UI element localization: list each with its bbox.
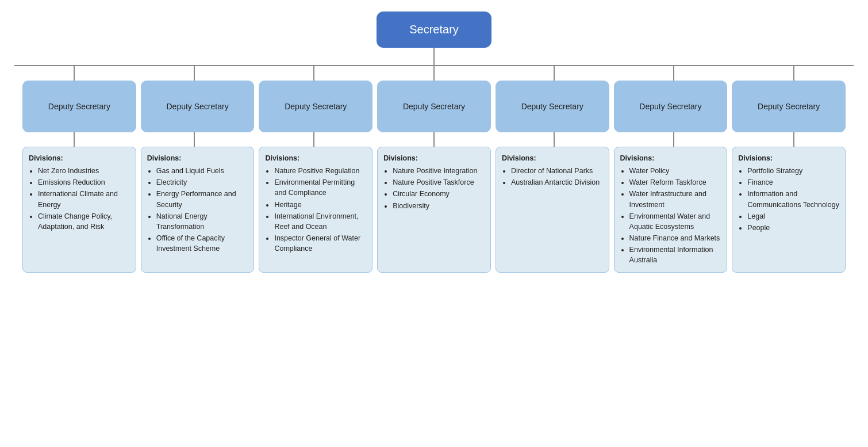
list-item: Office of the Capacity Investment Scheme (156, 233, 248, 254)
list-item: International Environment, Reef and Ocea… (274, 211, 366, 232)
divs-connector-row (6, 132, 862, 147)
list-item: People (747, 223, 839, 233)
divisions-list-5: Director of National Parks Australian An… (502, 166, 603, 188)
list-item: Electricity (156, 177, 248, 188)
deputy-label-4: Deputy Secretary (403, 102, 465, 111)
horizontal-connector (14, 65, 854, 66)
divisions-col-1: Divisions: Net Zero Industries Emissions… (22, 147, 136, 273)
list-item: Nature Finance and Markets (629, 233, 721, 243)
divisions-col-5: Divisions: Director of National Parks Au… (496, 147, 609, 273)
list-item: Inspector General of Water Compliance (274, 233, 366, 254)
divisions-box-4: Divisions: Nature Positive Integration N… (377, 147, 491, 273)
divisions-col-3: Divisions: Nature Positive Regulation En… (259, 147, 372, 273)
divisions-list-4: Nature Positive Integration Nature Posit… (383, 166, 485, 211)
divisions-list-2: Gas and Liquid Fuels Electricity Energy … (147, 166, 248, 254)
div-vline-5 (494, 132, 614, 147)
list-item: National Energy Transformation (156, 211, 248, 232)
deputy-label-3: Deputy Secretary (285, 102, 347, 111)
secretary-line-down (433, 48, 435, 65)
secretary-level: Secretary (377, 12, 491, 48)
divisions-box-1: Divisions: Net Zero Industries Emissions… (22, 147, 136, 273)
divisions-box-7: Divisions: Portfolio Strategy Finance In… (732, 147, 846, 273)
dep-vline-2 (135, 66, 255, 81)
deputies-connector-row (6, 66, 862, 81)
div-vline-3 (254, 132, 374, 147)
deputy-box-1: Deputy Secretary (22, 81, 136, 132)
deputy-col-2: Deputy Secretary (141, 81, 255, 132)
deputy-col-1: Deputy Secretary (22, 81, 136, 132)
divisions-col-2: Divisions: Gas and Liquid Fuels Electric… (141, 147, 255, 273)
list-item: Net Zero Industries (38, 166, 130, 176)
div-vline-2 (135, 132, 255, 147)
div-vline-1 (14, 132, 135, 147)
list-item: Portfolio Strategy (747, 166, 839, 176)
div-vline-4 (374, 132, 494, 147)
deputy-box-5: Deputy Secretary (496, 81, 609, 132)
dep-vline-4 (374, 66, 494, 81)
list-item: Circular Economy (393, 189, 485, 199)
deputy-col-5: Deputy Secretary (496, 81, 609, 132)
divisions-header-4: Divisions: (383, 153, 485, 163)
deputy-col-7: Deputy Secretary (732, 81, 846, 132)
secretary-title: Secretary (409, 23, 459, 36)
deputy-box-7: Deputy Secretary (732, 81, 846, 132)
divisions-header-1: Divisions: (29, 153, 130, 163)
list-item: Energy Performance and Security (156, 189, 248, 209)
deputy-col-4: Deputy Secretary (377, 81, 491, 132)
divisions-box-5: Divisions: Director of National Parks Au… (496, 147, 609, 273)
list-item: Water Reform Taskforce (629, 177, 721, 188)
divisions-header-7: Divisions: (738, 153, 839, 163)
list-item: Australian Antarctic Division (511, 177, 603, 188)
divisions-list-1: Net Zero Industries Emissions Reduction … (29, 166, 130, 232)
divisions-box-2: Divisions: Gas and Liquid Fuels Electric… (141, 147, 255, 273)
deputy-box-2: Deputy Secretary (141, 81, 255, 132)
list-item: Nature Positive Taskforce (393, 177, 485, 188)
list-item: Gas and Liquid Fuels (156, 166, 248, 176)
divisions-header-5: Divisions: (502, 153, 603, 163)
list-item: Water Policy (629, 166, 721, 176)
dep-vline-5 (494, 66, 614, 81)
div-vline-7 (733, 132, 854, 147)
dep-vline-1 (14, 66, 135, 81)
deputy-label-2: Deputy Secretary (166, 102, 228, 111)
divisions-list-3: Nature Positive Regulation Environmental… (265, 166, 366, 254)
secretary-box: Secretary (377, 12, 491, 48)
deputy-label-1: Deputy Secretary (48, 102, 110, 111)
divisions-col-4: Divisions: Nature Positive Integration N… (377, 147, 491, 273)
list-item: Emissions Reduction (38, 177, 130, 188)
list-item: Climate Change Policy, Adaptation, and R… (38, 211, 130, 232)
divisions-col-6: Divisions: Water Policy Water Reform Tas… (614, 147, 728, 273)
divisions-row: Divisions: Net Zero Industries Emissions… (14, 147, 854, 273)
list-item: Director of National Parks (511, 166, 603, 176)
list-item: International Climate and Energy (38, 189, 130, 209)
divisions-header-3: Divisions: (265, 153, 366, 163)
list-item: Water Infrastructure and Investment (629, 189, 721, 209)
org-chart: Secretary Deputy Secretary Deputy Secret… (0, 0, 868, 284)
divisions-col-7: Divisions: Portfolio Strategy Finance In… (732, 147, 846, 273)
deputy-col-6: Deputy Secretary (614, 81, 728, 132)
dep-vline-7 (733, 66, 854, 81)
divisions-box-3: Divisions: Nature Positive Regulation En… (259, 147, 372, 273)
deputy-col-3: Deputy Secretary (259, 81, 372, 132)
list-item: Nature Positive Integration (393, 166, 485, 176)
divisions-list-6: Water Policy Water Reform Taskforce Wate… (620, 166, 721, 265)
list-item: Environmental Information Australia (629, 244, 721, 265)
list-item: Heritage (274, 200, 366, 210)
divisions-box-6: Divisions: Water Policy Water Reform Tas… (614, 147, 728, 273)
deputy-label-7: Deputy Secretary (758, 102, 820, 111)
deputy-label-6: Deputy Secretary (639, 102, 701, 111)
divisions-header-2: Divisions: (147, 153, 248, 163)
list-item: Biodiversity (393, 201, 485, 211)
list-item: Legal (747, 211, 839, 221)
divisions-header-6: Divisions: (620, 153, 721, 163)
list-item: Environmental Permitting and Compliance (274, 177, 366, 198)
deputies-row: Deputy Secretary Deputy Secretary Deputy… (14, 81, 854, 132)
deputy-box-6: Deputy Secretary (614, 81, 728, 132)
div-vline-6 (614, 132, 734, 147)
deputy-label-5: Deputy Secretary (521, 102, 583, 111)
divisions-list-7: Portfolio Strategy Finance Information a… (738, 166, 839, 233)
dep-vline-6 (614, 66, 734, 81)
list-item: Environmental Water and Aquatic Ecosyste… (629, 211, 721, 232)
deputy-box-3: Deputy Secretary (259, 81, 372, 132)
list-item: Finance (747, 177, 839, 188)
